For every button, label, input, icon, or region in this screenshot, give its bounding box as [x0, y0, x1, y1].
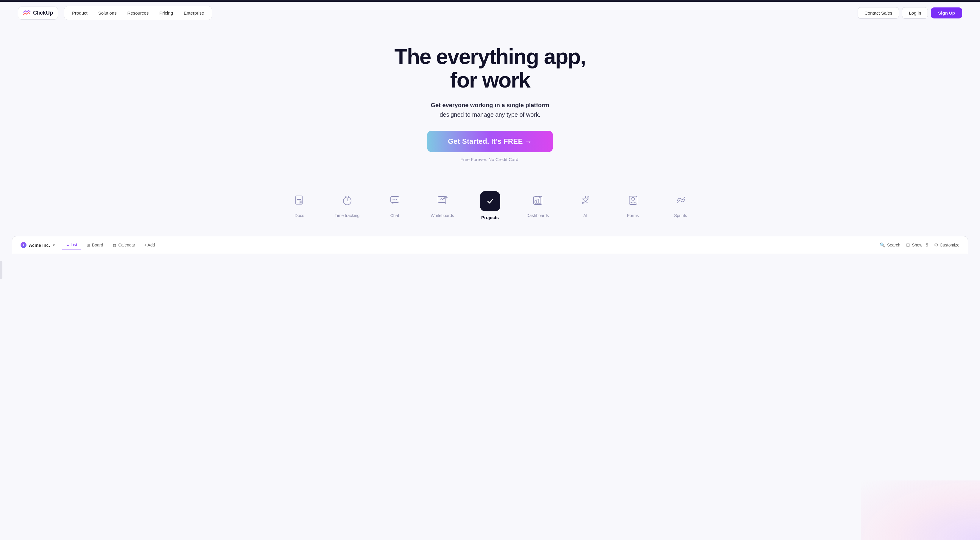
- nav-item-pricing[interactable]: Pricing: [154, 8, 178, 18]
- feature-whiteboards[interactable]: Whiteboards: [419, 186, 466, 223]
- features-row: ☰ Docs Time tracking: [0, 174, 980, 231]
- show-button[interactable]: ⊟ Show · 5: [906, 242, 928, 248]
- svg-rect-17: [486, 197, 495, 206]
- docs-icon: ☰: [294, 195, 305, 206]
- feature-label-ai: AI: [583, 213, 587, 218]
- feature-label-sprints: Sprints: [674, 213, 687, 218]
- workspace-icon: ✦: [21, 242, 27, 248]
- add-view-button[interactable]: + Add: [140, 241, 158, 249]
- time-tracking-icon-wrap: [338, 191, 356, 210]
- feature-label-docs: Docs: [295, 213, 304, 218]
- login-button[interactable]: Log in: [902, 7, 928, 19]
- hero-section: The everything app, for work Get everyon…: [0, 24, 980, 174]
- calendar-tab-icon: ▦: [113, 243, 116, 248]
- forms-icon: [627, 195, 639, 206]
- left-edge: [0, 261, 2, 279]
- search-label: Search: [887, 243, 900, 248]
- feature-label-whiteboards: Whiteboards: [431, 213, 454, 218]
- dashboards-icon: [532, 195, 544, 206]
- signup-button[interactable]: Sign Up: [931, 8, 962, 19]
- feature-time-tracking[interactable]: Time tracking: [323, 186, 371, 223]
- whiteboards-icon: [437, 195, 448, 206]
- sprints-icon-wrap: [671, 191, 690, 210]
- hero-subtitle-bold: Get everyone working in a single platfor…: [431, 102, 549, 108]
- svg-point-14: [396, 199, 397, 200]
- dashboards-icon-wrap: [528, 191, 547, 210]
- feature-forms[interactable]: Forms: [609, 186, 657, 223]
- nav-item-enterprise[interactable]: Enterprise: [178, 8, 209, 18]
- feature-ai[interactable]: AI: [562, 186, 609, 223]
- workspace-name: Acme Inc.: [29, 243, 50, 248]
- feature-label-forms: Forms: [627, 213, 639, 218]
- svg-line-10: [348, 197, 349, 197]
- svg-point-23: [582, 202, 583, 203]
- nav-item-solutions[interactable]: Solutions: [93, 8, 122, 18]
- tab-list[interactable]: ≡ List: [62, 241, 81, 249]
- hero-title-line2: for work: [450, 68, 530, 92]
- projects-icon: [484, 195, 496, 208]
- chat-icon-wrap: [386, 191, 404, 210]
- svg-point-13: [394, 199, 395, 200]
- svg-line-9: [346, 197, 347, 197]
- svg-rect-21: [539, 198, 541, 203]
- ai-icon: [580, 195, 591, 206]
- list-tab-icon: ≡: [67, 242, 69, 247]
- bottom-gradient: [861, 480, 980, 540]
- sprints-icon: [675, 195, 686, 206]
- show-icon: ⊟: [906, 242, 910, 248]
- feature-label-dashboards: Dashboards: [527, 213, 549, 218]
- nav-right: Contact Sales Log in Sign Up: [858, 7, 962, 19]
- svg-point-22: [587, 197, 589, 198]
- add-view-label: + Add: [144, 243, 155, 248]
- feature-label-chat: Chat: [390, 213, 399, 218]
- feature-projects[interactable]: Projects: [466, 186, 514, 226]
- customize-button[interactable]: ⚙ Customize: [934, 242, 959, 248]
- svg-text:☰: ☰: [300, 201, 302, 203]
- clickup-logo-icon: [23, 9, 31, 17]
- show-label: Show · 5: [912, 243, 928, 248]
- bottom-right: 🔍 Search ⊟ Show · 5 ⚙ Customize: [880, 242, 959, 248]
- whiteboards-icon-wrap: [433, 191, 452, 210]
- hero-title: The everything app, for work: [6, 45, 974, 92]
- workspace-selector[interactable]: ✦ Acme Inc. ∨: [21, 242, 55, 248]
- forms-icon-wrap: [624, 191, 642, 210]
- feature-chat[interactable]: Chat: [371, 186, 419, 223]
- hero-note: Free Forever. No Credit Card.: [6, 157, 974, 162]
- svg-point-12: [393, 199, 393, 200]
- bottom-left: ✦ Acme Inc. ∨ ≡ List ⊞ Board ▦ Calendar …: [21, 241, 158, 249]
- tab-calendar-label: Calendar: [118, 243, 135, 248]
- svg-rect-19: [535, 201, 536, 203]
- tab-calendar[interactable]: ▦ Calendar: [108, 241, 139, 249]
- time-tracking-icon: [342, 195, 353, 206]
- customize-label: Customize: [940, 243, 959, 248]
- cta-button[interactable]: Get Started. It's FREE →: [427, 131, 553, 152]
- bottom-toolbar: ✦ Acme Inc. ∨ ≡ List ⊞ Board ▦ Calendar …: [12, 236, 968, 254]
- feature-label-projects: Projects: [481, 215, 499, 220]
- feature-sprints[interactable]: Sprints: [657, 186, 705, 223]
- nav-item-resources[interactable]: Resources: [122, 8, 154, 18]
- svg-point-25: [632, 197, 635, 200]
- board-tab-icon: ⊞: [87, 243, 90, 248]
- tab-board-label: Board: [92, 243, 103, 248]
- nav-menu: Product Solutions Resources Pricing Ente…: [64, 6, 212, 20]
- logo-button[interactable]: ClickUp: [18, 6, 58, 20]
- view-tabs: ≡ List ⊞ Board ▦ Calendar + Add: [62, 241, 158, 249]
- tab-list-label: List: [71, 242, 77, 247]
- svg-rect-20: [537, 199, 539, 203]
- workspace-caret: ∨: [52, 243, 55, 247]
- projects-icon-wrap: [480, 191, 500, 211]
- feature-label-time-tracking: Time tracking: [335, 213, 360, 218]
- search-button[interactable]: 🔍 Search: [880, 242, 900, 248]
- feature-dashboards[interactable]: Dashboards: [514, 186, 562, 223]
- ai-icon-wrap: [576, 191, 595, 210]
- logo-text: ClickUp: [33, 10, 53, 16]
- svg-rect-15: [438, 197, 446, 202]
- tab-board[interactable]: ⊞ Board: [83, 241, 107, 249]
- customize-icon: ⚙: [934, 242, 938, 248]
- chat-icon: [389, 195, 401, 206]
- search-icon: 🔍: [880, 242, 885, 248]
- feature-docs[interactable]: ☰ Docs: [276, 186, 323, 223]
- hero-subtitle-normal: designed to manage any type of work.: [440, 111, 541, 118]
- contact-sales-button[interactable]: Contact Sales: [858, 7, 899, 19]
- nav-item-product[interactable]: Product: [67, 8, 93, 18]
